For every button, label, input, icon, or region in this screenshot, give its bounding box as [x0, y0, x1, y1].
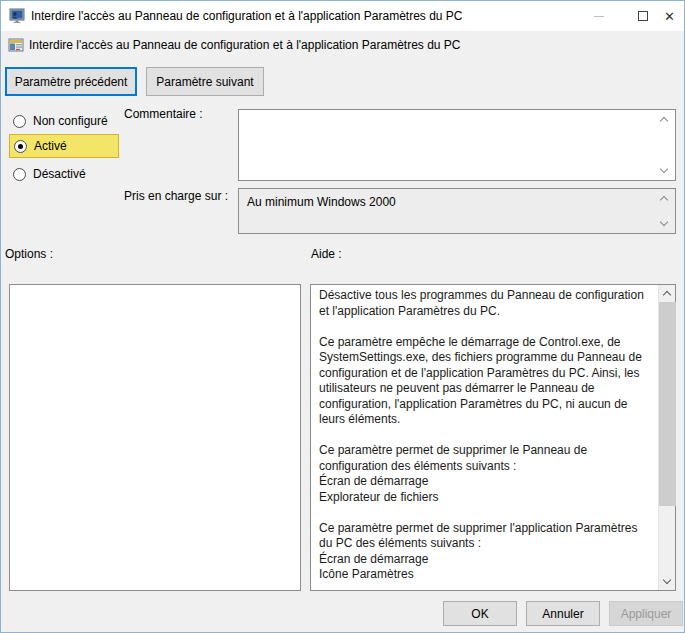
window-title: Interdire l'accès au Panneau de configur…	[31, 1, 463, 31]
comment-label: Commentaire :	[124, 107, 203, 121]
help-scrollbar[interactable]	[658, 285, 675, 590]
supported-on-box: Au minimum Windows 2000	[238, 188, 676, 234]
close-icon: ✕	[664, 10, 675, 23]
help-panel: Désactive tous les programmes du Panneau…	[310, 284, 676, 591]
radio-enabled[interactable]: Activé	[9, 134, 119, 158]
radio-circle-icon	[13, 115, 26, 128]
help-text: Désactive tous les programmes du Panneau…	[311, 285, 658, 590]
close-button[interactable]: ✕	[653, 1, 685, 31]
minimize-button	[579, 1, 619, 31]
scroll-up-icon[interactable]	[660, 117, 668, 125]
radio-disabled[interactable]: Désactivé	[9, 162, 92, 186]
scroll-down-icon	[660, 218, 668, 226]
radio-label: Désactivé	[33, 167, 86, 181]
scroll-up-icon	[660, 196, 668, 204]
previous-setting-button[interactable]: Paramètre précédent	[5, 67, 137, 96]
scroll-down-icon[interactable]	[660, 165, 668, 173]
minimize-icon	[594, 16, 604, 17]
next-setting-button[interactable]: Paramètre suivant	[146, 67, 264, 96]
supported-on-value: Au minimum Windows 2000	[247, 195, 396, 209]
scrollbar-thumb[interactable]	[659, 302, 676, 506]
titlebar: Interdire l'accès au Panneau de configur…	[1, 1, 684, 31]
scrollbar-down-button[interactable]	[659, 573, 676, 590]
chevron-down-icon	[663, 576, 671, 584]
comment-textarea[interactable]	[238, 109, 676, 181]
options-panel	[9, 284, 301, 591]
group-policy-setting-dialog: Interdire l'accès au Panneau de configur…	[0, 0, 685, 633]
radio-not-configured[interactable]: Non configuré	[9, 109, 114, 133]
maximize-icon	[638, 11, 648, 21]
radio-label: Non configuré	[33, 114, 108, 128]
chevron-up-icon	[663, 291, 671, 299]
radio-label: Activé	[34, 139, 67, 153]
options-label: Options :	[5, 247, 53, 261]
radio-circle-icon	[13, 168, 26, 181]
radio-circle-selected-icon	[14, 140, 27, 153]
setting-title: Interdire l'accès au Panneau de configur…	[29, 31, 461, 59]
help-label: Aide :	[311, 247, 342, 261]
app-monitor-icon	[9, 8, 25, 24]
supported-on-label: Pris en charge sur :	[124, 189, 228, 203]
cancel-button[interactable]: Annuler	[526, 601, 600, 626]
scrollbar-up-button[interactable]	[659, 285, 676, 302]
ok-button[interactable]: OK	[443, 601, 517, 626]
policy-setting-icon	[8, 37, 24, 53]
apply-button: Appliquer	[609, 601, 683, 626]
